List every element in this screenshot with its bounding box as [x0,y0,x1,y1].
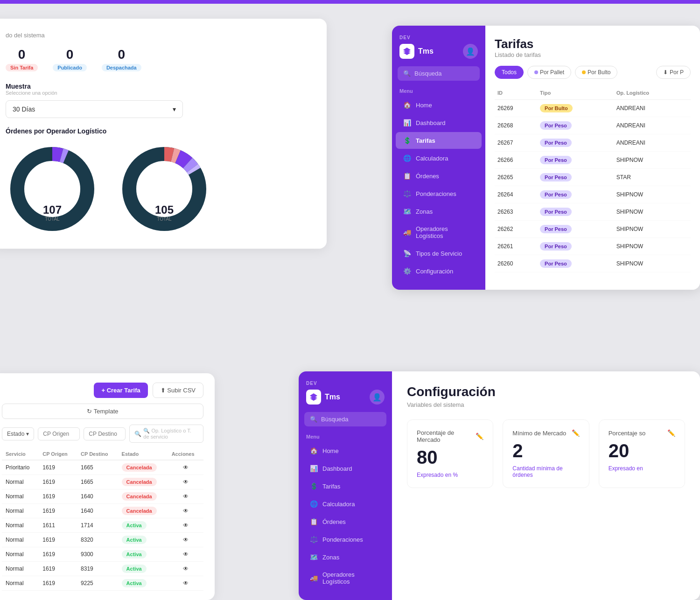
logo-text: Tms [418,47,434,56]
config-nav-home[interactable]: 🏠 Home [302,442,388,459]
home-icon: 🏠 [403,101,411,109]
search-bar-tarifas[interactable]: 🔍 Búsqueda [398,66,480,81]
filter-pallet[interactable]: Por Pallet [527,66,571,79]
list-item: Normal 1619 1640 Cancelada 👁 [2,489,203,504]
nav-home-tarifas[interactable]: 🏠 Home [396,97,482,113]
config-sidebar: DEV Tms 👤 🔍 Búsqueda Menu 🏠 Home 📊 Dashb [299,371,392,600]
donut-chart-2: 105 TOTAL [118,142,211,236]
nav-zonas[interactable]: 🗺️ Zonas [396,203,482,220]
config-nav-tarifas[interactable]: 💲 Tarifas [302,478,388,495]
list-item: Normal 1611 1714 Activa 👁 [2,518,203,533]
config-calc-icon: 🌐 [310,500,318,508]
table-row: 26263 Por Peso SHIPNOW [495,203,691,221]
config-nav-operadores[interactable]: 🚚 Operadores Logísticos [302,566,388,590]
nav-calculadora[interactable]: 🌐 Calculadora [396,150,482,167]
pallet-dot [534,70,538,74]
filter-todos[interactable]: Todos [495,66,524,79]
table-row: 26269 Por Bulto ANDREANI [495,100,691,117]
muestra-select[interactable]: 30 Días ▾ [6,100,183,118]
nav-configuracion-tarifas[interactable]: ⚙️ Configuración [396,263,482,279]
config-value-1: 80 [417,447,483,468]
avatar-tarifas: 👤 [463,44,478,59]
config-card-porcentaje-so: Porcentaje so ✏️ 20 Expresado en [599,419,685,488]
donut-1-label: 107 TOTAL [43,203,62,222]
config-zones-icon: 🗺️ [310,553,318,561]
zones-icon: 🗺️ [403,208,411,215]
dev-badge-tarifas: DEV [392,35,485,40]
tarifas-main-content: Tarifas Listado de tarifas Todos Por Pal… [485,26,700,290]
chart-title: Órdenes por Operador Logístico [6,127,312,135]
filter-row-2: Estado ▾ 🔍 🔍 Op. Logístico o T. de servi… [2,425,203,443]
nav-operadores[interactable]: 🚚 Operadores Logísticos [396,221,482,244]
search-bar-config[interactable]: 🔍 Búsqueda [304,412,386,426]
stats-row: 0 Sin Tarifa 0 Publicado 0 Despachada [6,47,312,71]
muestra-section: Muestra Seleccione una opción 30 Días ▾ [6,83,312,118]
crear-tarifa-button[interactable]: + Crear Tarifa [94,383,147,398]
config-value-2: 2 [512,440,579,461]
tarifas-page-title: Tarifas [495,37,691,51]
logo-svg [402,47,412,56]
table-row: 26266 Por Peso SHIPNOW [495,152,691,169]
dev-badge-config: DEV [299,381,392,386]
avatar-config: 👤 [370,390,385,405]
config-logo-svg [309,392,318,402]
config-cards-row: Porcentaje de Mercado ✏️ 80 Expresado en… [407,419,685,488]
estado-select[interactable]: Estado ▾ [2,427,34,440]
ponderaciones-icon: ⚖️ [403,190,411,197]
nav-ordenes[interactable]: 📋 Órdenes [396,167,482,184]
edit-icon-1[interactable]: ✏️ [476,433,483,440]
filter-bulto[interactable]: Por Bulto [575,66,617,79]
config-home-icon: 🏠 [310,447,318,454]
cp-origen-input[interactable] [38,427,80,440]
list-item: Prioritario 1619 1665 Cancelada 👁 [2,460,203,475]
template-button[interactable]: ↻ Template [2,404,203,419]
operators-icon: 🚚 [403,229,411,236]
config-note-1: Expresado en % [417,472,483,478]
th-cp-origen: CP Origen [39,448,77,460]
edit-icon-3[interactable]: ✏️ [667,429,675,437]
nav-ponderaciones[interactable]: ⚖️ Ponderaciones [396,185,482,202]
config-card-minimo-mercado: Mínimo de Mercado ✏️ 2 Cantidad mínima d… [503,419,589,488]
tarifas-card: DEV Tms 👤 🔍 Búsqueda Menu 🏠 Home 📊 Dashb [392,26,700,290]
filter-download[interactable]: ⬇ Por P [656,66,691,79]
stat-publicado: 0 Publicado [53,47,87,71]
bulto-dot [582,70,586,74]
table-row: 26260 Por Peso SHIPNOW [495,255,691,272]
donut-chart-1: 107 TOTAL [6,142,99,236]
table-row: 26262 Por Peso SHIPNOW [495,221,691,238]
search-icon: 🔍 [403,70,411,77]
stat-sin-tarifa: 0 Sin Tarifa [6,47,38,71]
config-nav-dashboard[interactable]: 📊 Dashboard [302,460,388,477]
edit-icon-2[interactable]: ✏️ [572,429,580,437]
list-item: Normal 1619 1640 Cancelada 👁 [2,504,203,518]
config-operators-icon: 🚚 [310,574,318,582]
search-op-input[interactable]: 🔍 🔍 Op. Logístico o T. de servicio [129,425,203,443]
config-dollar-icon: 💲 [310,482,318,490]
subir-csv-button[interactable]: ⬆ Subir CSV [153,383,203,398]
orders-icon: 📋 [403,172,411,180]
config-main-content: Configuración Variables del sistema Porc… [392,371,700,600]
config-nav-ponderaciones[interactable]: ⚖️ Ponderaciones [302,531,388,548]
nav-tipos-servicio[interactable]: 📡 Tipos de Servicio [396,245,482,262]
menu-label-config: Menu [299,434,392,440]
stat-despachada: 0 Despachada [102,47,141,71]
th-estado: Estado [118,448,168,460]
service-types-icon: 📡 [403,250,411,257]
table-row: 26261 Por Peso SHIPNOW [495,238,691,255]
config-logo-text: Tms [325,393,340,401]
config-nav-zonas[interactable]: 🗺️ Zonas [302,549,388,565]
chevron-icon: ▾ [26,431,29,437]
config-nav-calculadora[interactable]: 🌐 Calculadora [302,495,388,512]
dashboard-icon: 📊 [403,119,411,126]
nav-dashboard-tarifas[interactable]: 📊 Dashboard [396,114,482,131]
tarifas-sidebar: DEV Tms 👤 🔍 Búsqueda Menu 🏠 Home 📊 Dashb [392,26,485,290]
cp-destino-input[interactable] [84,427,126,440]
table-row: 26264 Por Peso SHIPNOW [495,186,691,203]
nav-tarifas-active[interactable]: 💲 Tarifas [396,132,482,149]
tarifa-list-card: + Crear Tarifa ⬆ Subir CSV ↻ Template Es… [0,373,215,600]
charts-row: 107 TOTAL 105 TOTAL [6,142,312,236]
config-nav-ordenes[interactable]: 📋 Órdenes [302,513,388,530]
tarifas-table: ID Tipo Op. Logístico 26269 Por Bulto AN… [495,86,691,272]
table-row: 26267 Por Peso ANDREANI [495,134,691,152]
donut-svg-1 [6,142,99,236]
